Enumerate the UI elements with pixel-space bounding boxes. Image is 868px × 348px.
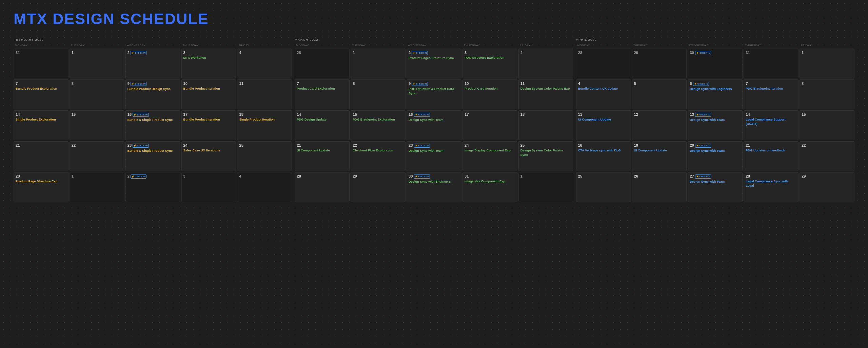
day-cell: 3 — [181, 172, 236, 202]
check-in-badge: ⚡ CHECK-IN — [131, 82, 146, 86]
event-text: Sales Case UX Iterations — [183, 148, 234, 153]
check-in-badge: ⚡ CHECK-IN — [695, 175, 711, 179]
day-cell: 14Legal Compliance Support (CN&IT) — [744, 110, 798, 140]
day-header: FRIDAY — [518, 43, 573, 48]
day-number: 7 — [16, 81, 66, 86]
weeks-grid-0: 3112⚡ CHECK-IN3MTX Workshop47Bundle Prod… — [14, 49, 292, 202]
page-title: MTX DESIGN SCHEDULE — [14, 10, 854, 28]
day-cell: 23⚡ CHECK-INDesign Sync with Team — [407, 141, 461, 171]
day-headers-2: MONDAYTUESDAYWEDNESDAYTHURSDAYFRIDAY — [576, 43, 854, 48]
day-number: 16⚡ CHECK-IN — [127, 112, 178, 117]
day-cell: 16⚡ CHECK-INDesign Sync with Team — [407, 110, 461, 140]
week-row-0: 3112⚡ CHECK-IN3MTX Workshop4 — [14, 49, 292, 78]
day-cell: 3PDG Structure Exploration — [462, 49, 517, 78]
day-cell: 1 — [518, 172, 573, 202]
day-header: FRIDAY — [237, 43, 292, 48]
day-number: 15 — [72, 112, 122, 116]
day-header: THURSDAY — [744, 43, 798, 48]
day-cell: 7Bundle Product Exploration — [14, 79, 68, 109]
day-cell: 15PDG Breakpoint Exploration — [351, 110, 406, 140]
day-cell: 29 — [351, 172, 406, 202]
check-in-badge: ⚡ CHECK-IN — [412, 51, 428, 55]
event-text: Design System Color Palette Sync — [520, 148, 571, 157]
day-cell: 18Single Product Iteration — [237, 110, 292, 140]
day-number: 29 — [802, 174, 852, 178]
day-cell: 25Design System Color Palette Sync — [518, 141, 573, 171]
day-cell: 29 — [800, 172, 854, 202]
day-number: 14 — [746, 112, 796, 116]
day-headers-0: MONDAYTUESDAYWEDNESDAYTHURSDAYFRIDAY — [14, 43, 292, 48]
event-text: Bundle & Single Product Sync — [127, 118, 178, 122]
week-row-4: 28Product Page Structure Exp12⚡ CHECK-IN… — [14, 172, 292, 202]
day-cell: 4Bundle Content UX update — [576, 79, 631, 109]
day-cell: 9⚡ CHECK-INBundle Product Design Sync — [125, 79, 180, 109]
month-title-0: FEBRUARY 2022 — [14, 38, 292, 41]
event-text: Checkout Flow Exploration — [353, 148, 403, 153]
day-cell: 17Bundle Product Iteration — [181, 110, 236, 140]
day-cell: 11Design System Color Palette Exp — [518, 79, 573, 109]
day-number: 10 — [465, 81, 515, 86]
day-cell: 21UI Component Update — [295, 141, 350, 171]
day-cell: 6⚡ CHECK-INDesign Sync with Engineers — [688, 79, 743, 109]
check-in-badge: ⚡ CHECK-IN — [412, 82, 428, 86]
day-number: 24 — [183, 143, 234, 147]
day-number: 12 — [634, 112, 685, 116]
check-in-badge: ⚡ CHECK-IN — [131, 175, 146, 179]
day-number: 28 — [297, 51, 348, 55]
check-in-badge: ⚡ CHECK-IN — [133, 113, 149, 117]
event-text: Bundle Product Exploration — [16, 87, 66, 91]
event-text: PDG Structure & Product Card Sync — [409, 87, 459, 95]
day-cell: 2⚡ CHECK-INProduct Pages Structure Sync — [407, 49, 461, 78]
week-row-3: 18CTA Verbiage sync with DLG19UI Compone… — [576, 141, 854, 171]
day-number: 8 — [802, 81, 852, 86]
event-text: PDG Structure Exploration — [465, 56, 515, 60]
day-number: 2⚡ CHECK-IN — [127, 51, 178, 55]
day-number: 2⚡ CHECK-IN — [127, 174, 178, 179]
event-text: Bundle Product Iteration — [183, 87, 234, 91]
day-cell: 31 — [14, 49, 68, 78]
event-text: Design Sync with Engineers — [690, 87, 741, 91]
event-text: Bundle Content UX update — [578, 87, 629, 91]
day-number: 5 — [634, 81, 685, 86]
event-text: MTX Workshop — [183, 56, 234, 60]
day-number: 10 — [183, 81, 234, 86]
day-number: 22 — [353, 143, 403, 147]
event-text: Single Product Exploration — [16, 117, 66, 122]
day-number: 21 — [16, 143, 66, 147]
day-header: MONDAY — [295, 43, 350, 48]
day-number: 25 — [578, 174, 629, 178]
day-cell: 28 — [295, 172, 350, 202]
week-row-1: 4Bundle Content UX update56⚡ CHECK-INDes… — [576, 79, 854, 109]
day-cell: 10Product Card Iteration — [462, 79, 517, 109]
day-header: THURSDAY — [462, 43, 517, 48]
day-cell: 2⚡ CHECK-IN — [125, 49, 180, 78]
day-cell: 28 — [295, 49, 350, 78]
day-cell: 15 — [800, 110, 854, 140]
day-cell: 10Bundle Product Iteration — [181, 79, 236, 109]
check-in-badge: ⚡ CHECK-IN — [414, 144, 430, 148]
day-number: 25 — [239, 143, 290, 147]
day-number: 27⚡ CHECK-IN — [690, 174, 741, 179]
week-row-1: 7Product Card Exploration89⚡ CHECK-INPDG… — [295, 79, 573, 109]
day-number: 7 — [746, 81, 796, 86]
day-cell: 21 — [14, 141, 68, 171]
day-number: 1 — [72, 51, 122, 55]
check-in-badge: ⚡ CHECK-IN — [695, 144, 711, 148]
day-number: 4 — [239, 51, 290, 55]
event-text: UI Component Update — [634, 148, 685, 153]
day-number: 26 — [634, 174, 685, 178]
event-text: CTA Verbiage sync with DLG — [578, 148, 629, 153]
day-cell: 31Image Nav Component Exp — [462, 172, 517, 202]
day-number: 3 — [465, 51, 515, 55]
day-cell: 31 — [744, 49, 798, 78]
check-in-badge: ⚡ CHECK-IN — [693, 82, 709, 86]
day-cell: 11UI Component Update — [576, 110, 631, 140]
day-cell: 14Single Product Exploration — [14, 110, 68, 140]
day-cell: 15 — [70, 110, 124, 140]
event-text: Design Sync with Team — [409, 149, 459, 153]
day-cell: 16⚡ CHECK-INBundle & Single Product Sync — [125, 110, 180, 140]
week-row-1: 7Bundle Product Exploration89⚡ CHECK-INB… — [14, 79, 292, 109]
day-number: 30⚡ CHECK-IN — [690, 51, 741, 55]
check-in-badge: ⚡ CHECK-IN — [414, 175, 430, 179]
event-text: Product Pages Structure Sync — [409, 56, 459, 60]
